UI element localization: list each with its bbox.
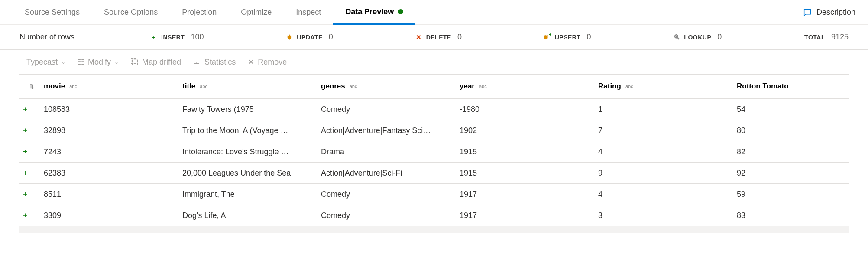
column-header-rating[interactable]: Rating abc xyxy=(598,82,737,91)
table-row[interactable]: +32898Trip to the Moon, A (Voyage …Actio… xyxy=(19,120,849,141)
cell-genres: Comedy xyxy=(321,105,460,114)
tab-label: Source Options xyxy=(104,8,158,17)
plus-icon: + xyxy=(19,190,44,199)
column-header-movie[interactable]: movie abc xyxy=(44,82,182,91)
tab-source-settings[interactable]: Source Settings xyxy=(13,0,92,25)
tab-label: Data Preview xyxy=(345,7,394,16)
tab-label: Projection xyxy=(182,8,217,17)
chevron-down-icon: ⌄ xyxy=(114,59,119,65)
tab-projection[interactable]: Projection xyxy=(170,0,229,25)
x-icon: ✕ xyxy=(416,34,422,40)
horizontal-scrollbar[interactable] xyxy=(19,226,849,233)
column-header-genres[interactable]: genres abc xyxy=(321,82,460,91)
modify-label: Modify xyxy=(88,58,111,67)
plus-icon: + xyxy=(19,211,44,220)
grid-header: ⇅ movie abc title abc genres abc year ab… xyxy=(19,74,849,98)
tab-label: Source Settings xyxy=(25,8,80,17)
cell-rt: 82 xyxy=(737,147,823,156)
column-name: title xyxy=(182,82,195,91)
upsert-icon: ✸+ xyxy=(544,34,551,40)
description-label: Description xyxy=(816,8,855,17)
cell-year: 1917 xyxy=(460,190,598,199)
cell-year: 1915 xyxy=(460,169,598,178)
tab-label: Optimize xyxy=(241,8,272,17)
map-drifted-button[interactable]: ⿻ Map drifted xyxy=(131,58,181,67)
stat-update-label: UPDATE xyxy=(297,34,323,41)
table-row[interactable]: +7243Intolerance: Love's Struggle …Drama… xyxy=(19,141,849,162)
statistics-label: Statistics xyxy=(204,58,236,67)
stat-delete: ✕ DELETE 0 xyxy=(416,33,462,42)
cell-rt: 59 xyxy=(737,190,823,199)
column-name: movie xyxy=(44,82,65,91)
cell-title: Intolerance: Love's Struggle … xyxy=(182,147,321,156)
cell-title: Immigrant, The xyxy=(182,190,321,199)
tab-optimize[interactable]: Optimize xyxy=(229,0,284,25)
stat-update: ✸ UPDATE 0 xyxy=(286,33,333,42)
star-icon: ✸ xyxy=(286,34,292,40)
typecast-button[interactable]: Typecast ⌄ xyxy=(26,58,65,67)
stat-upsert: ✸+ UPSERT 0 xyxy=(544,33,591,42)
description-link[interactable]: Description xyxy=(803,8,855,17)
tab-source-options[interactable]: Source Options xyxy=(92,0,170,25)
typecast-label: Typecast xyxy=(26,58,58,67)
stat-insert-value: 100 xyxy=(191,33,204,42)
grid-body: +108583Fawlty Towers (1975Comedy-1980154… xyxy=(19,98,849,226)
type-badge: abc xyxy=(625,84,633,89)
map-drifted-label: Map drifted xyxy=(142,58,181,67)
chart-icon: ⫠ xyxy=(193,58,201,67)
cell-year: 1902 xyxy=(460,126,598,135)
sort-icon[interactable]: ⇅ xyxy=(19,83,44,90)
statistics-button[interactable]: ⫠ Statistics xyxy=(193,58,236,67)
cell-rating: 4 xyxy=(598,190,737,199)
cell-rating: 9 xyxy=(598,169,737,178)
rows-label: Number of rows xyxy=(19,33,74,42)
table-row[interactable]: +6238320,000 Leagues Under the SeaAction… xyxy=(19,162,849,183)
plus-icon: + xyxy=(19,169,44,177)
cell-movie: 62383 xyxy=(44,169,182,178)
tab-inspect[interactable]: Inspect xyxy=(284,0,333,25)
cell-year: -1980 xyxy=(460,105,598,114)
cell-genres: Action|Adventure|Fantasy|Sci… xyxy=(321,126,460,135)
stat-delete-value: 0 xyxy=(457,33,462,42)
data-grid: ⇅ movie abc title abc genres abc year ab… xyxy=(0,74,868,233)
cell-rating: 7 xyxy=(598,126,737,135)
cell-movie: 7243 xyxy=(44,147,182,156)
column-header-title[interactable]: title abc xyxy=(182,82,321,91)
cell-movie: 32898 xyxy=(44,126,182,135)
grid-toolbar: Typecast ⌄ ☷ Modify ⌄ ⿻ Map drifted ⫠ St… xyxy=(0,50,868,74)
modify-icon: ☷ xyxy=(78,57,84,67)
column-header-rotten-tomato[interactable]: Rotton Tomato xyxy=(737,82,823,91)
remove-button[interactable]: ✕ Remove xyxy=(248,57,287,67)
table-row[interactable]: +3309Dog's Life, AComedy1917383 xyxy=(19,205,849,226)
stat-total-value: 9125 xyxy=(831,33,849,42)
type-badge: abc xyxy=(200,84,207,89)
cell-title: Dog's Life, A xyxy=(182,211,321,220)
chevron-down-icon: ⌄ xyxy=(61,59,65,65)
column-name: Rating xyxy=(598,82,621,91)
cell-rt: 80 xyxy=(737,126,823,135)
stat-total: TOTAL 9125 xyxy=(804,33,849,42)
cell-rating: 3 xyxy=(598,211,737,220)
stat-upsert-label: UPSERT xyxy=(555,34,581,41)
column-name: genres xyxy=(321,82,345,91)
column-name: Rotton Tomato xyxy=(737,82,789,91)
cell-genres: Comedy xyxy=(321,190,460,199)
plus-icon: + xyxy=(19,147,44,156)
cell-year: 1915 xyxy=(460,147,598,156)
stats-bar: Number of rows + INSERT 100 ✸ UPDATE 0 ✕… xyxy=(0,25,868,50)
cell-rt: 54 xyxy=(737,105,823,114)
remove-label: Remove xyxy=(258,58,287,67)
tab-data-preview[interactable]: Data Preview xyxy=(333,0,415,25)
cell-movie: 3309 xyxy=(44,211,182,220)
type-badge: abc xyxy=(479,84,487,89)
table-row[interactable]: +108583Fawlty Towers (1975Comedy-1980154 xyxy=(19,98,849,120)
close-icon: ✕ xyxy=(248,57,254,67)
cell-title: 20,000 Leagues Under the Sea xyxy=(182,169,321,178)
comment-icon xyxy=(803,8,812,17)
type-badge: abc xyxy=(69,84,77,89)
cell-movie: 108583 xyxy=(44,105,182,114)
cell-title: Fawlty Towers (1975 xyxy=(182,105,321,114)
table-row[interactable]: +8511Immigrant, TheComedy1917459 xyxy=(19,183,849,205)
modify-button[interactable]: ☷ Modify ⌄ xyxy=(78,57,119,67)
column-header-year[interactable]: year abc xyxy=(460,82,598,91)
